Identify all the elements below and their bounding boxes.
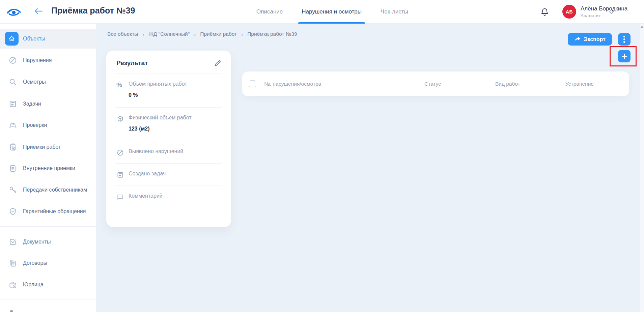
user-name: Алёна Бородкина [581,5,627,12]
breadcrumb-separator: › [241,31,243,37]
sidebar-item-documents[interactable]: Документы [0,232,96,252]
violations-table-header: №, нарушения/осмотра Статус Вид работ Ус… [242,72,629,96]
column-header-remediation: Устранение [565,81,594,87]
result-row-comment: Комментарий [115,186,222,208]
sidebar-item-label: Гарантийные обращения [23,208,86,215]
result-row-violations-found: Выявлено нарушений [115,141,222,164]
breadcrumb-current: Приёмка работ №39 [247,31,297,37]
sidebar-item-checks[interactable]: Проверки [0,115,96,135]
sidebar-item-label: Объекты [23,36,45,42]
result-row-value: 123 (м2) [129,126,192,132]
sidebar-more-icon [10,310,13,312]
comment-icon [116,193,129,201]
sidebar-item-label: Осмотры [23,79,46,85]
logo-eye-icon [6,7,22,18]
edit-pencil-icon[interactable] [214,59,222,67]
sidebar-item-label: Приёмки работ [23,144,61,150]
sidebar-item-label: Задачи [23,101,41,107]
export-button-label: Экспорт [584,36,606,42]
result-row-label: Создано задач [129,171,166,177]
task-card-icon [116,171,129,179]
sidebar-item-label: Внутренние приемки [23,165,75,171]
user-role: Аналитик [581,13,627,19]
clipboard-check-icon [8,143,17,151]
result-row-tasks-created: Создано задач [115,164,222,186]
header: Приёмка работ №39 Описание Нарушения и о… [0,0,644,24]
column-header-number: №, нарушения/осмотра [264,81,321,87]
breadcrumb-separator: › [194,31,196,37]
sidebar-item-label: Нарушения [23,57,52,63]
result-row-label: Выявлено нарушений [129,148,183,154]
home-icon [5,32,19,46]
sidebar-item-label: Договоры [23,260,47,266]
plus-icon [621,53,628,60]
result-row-physical-volume: Физический объем работ 123 (м2) [115,108,222,141]
sidebar-divider [0,300,96,300]
avatar[interactable]: АБ [562,5,576,19]
result-row-label: Физический объем работ [129,115,192,121]
sidebar-item-contracts[interactable]: Договоры [0,253,96,273]
result-row-label: Объем принятых работ [129,81,187,87]
result-row-value: 0 % [129,92,187,98]
sidebar-item-owner-transfers[interactable]: Передачи собственникам [0,180,96,200]
tab-checklists[interactable]: Чек-листы [381,0,408,24]
add-button[interactable] [618,50,631,62]
scrollbar[interactable] [640,24,644,312]
page-title: Приёмка работ №39 [51,6,135,16]
user-menu[interactable]: Алёна Бородкина Аналитик [581,5,627,19]
magnifier-icon [8,78,17,86]
contracts-icon [8,259,17,267]
sidebar-item-objects[interactable]: Объекты [0,29,96,49]
breadcrumb-work-acceptances[interactable]: Приёмки работ [200,31,237,37]
sidebar-item-warranty-claims[interactable]: Гарантийные обращения [0,201,96,221]
tab-description[interactable]: Описание [256,0,283,24]
column-header-status: Статус [424,81,441,87]
prohibition-icon [8,56,17,65]
sidebar-item-label: Документы [23,239,51,245]
result-row-accepted-volume: % Объем принятых работ 0 % [115,74,222,108]
shield-check-icon [8,207,17,216]
sidebar-item-violations[interactable]: Нарушения [0,50,96,70]
breadcrumb: Все объекты › ЖД "Солнечный" › Приёмки р… [107,31,297,37]
sidebar-divider [0,226,96,227]
task-card-icon [8,100,17,108]
sidebar: Объекты Нарушения Осмотры Задачи [0,24,96,312]
select-all-checkbox[interactable] [249,80,256,87]
breadcrumb-object[interactable]: ЖД "Солнечный" [149,31,190,37]
doc-check-icon [8,237,17,246]
sidebar-item-label: Проверки [23,122,47,128]
prohibition-icon [116,148,129,157]
kebab-icon [623,36,625,43]
export-button[interactable]: Экспорт [568,33,612,46]
percent-icon: % [116,81,129,89]
result-card-title: Результат [116,59,148,67]
scrollbar-up-arrow-icon [641,26,643,28]
sidebar-item-internal-acceptances[interactable]: Внутренние приемки [0,158,96,178]
sidebar-item-label: Передачи собственникам [23,187,87,193]
breadcrumb-all-objects[interactable]: Все объекты [107,31,138,37]
tab-bar: Описание Нарушения и осмотры Чек-листы [256,0,408,24]
briefcase-person-icon [8,280,17,289]
hard-hat-icon [8,121,17,130]
breadcrumb-separator: › [143,31,144,37]
cube-icon [116,115,129,123]
kebab-menu-button[interactable] [618,33,631,46]
sidebar-item-legal-entities[interactable]: Юрлица [0,275,96,294]
notifications-bell-icon[interactable] [540,7,549,17]
sidebar-item-label: Юрлица [23,282,44,288]
key-icon [8,186,17,194]
chevron-down-icon[interactable] [608,10,615,15]
sidebar-item-tasks[interactable]: Задачи [0,94,96,114]
share-icon [574,36,581,42]
back-arrow-icon[interactable] [34,7,44,17]
sidebar-item-inspections[interactable]: Осмотры [0,72,96,92]
sidebar-item-work-acceptances[interactable]: Приёмки работ [0,137,96,157]
tab-violations-inspections[interactable]: Нарушения и осмотры [302,0,362,24]
column-header-work-type: Вид работ [495,81,520,87]
result-row-label: Комментарий [129,193,163,199]
main-content: Все объекты › ЖД "Солнечный" › Приёмки р… [96,24,644,312]
result-card: Результат % Объем принятых работ 0 % Физ… [106,51,231,227]
clipboard-list-icon [8,164,17,173]
